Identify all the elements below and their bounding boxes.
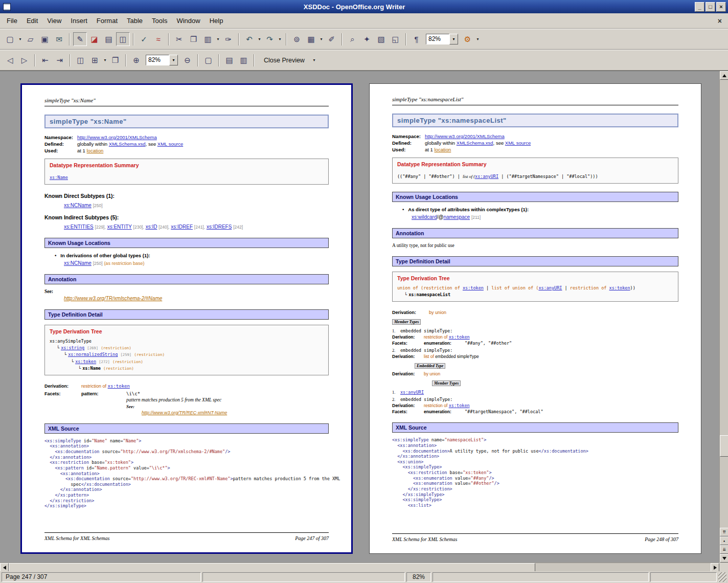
doc-link[interactable]: xs:NCName: [64, 203, 92, 208]
scroll-up-button[interactable]: [720, 71, 728, 80]
print-page-view-button[interactable]: ▤: [222, 53, 236, 67]
next-page-button[interactable]: ▷: [17, 53, 31, 67]
close-button[interactable]: ×: [716, 2, 726, 12]
paste-dropdown[interactable]: ▾: [215, 32, 221, 46]
send-mail-button[interactable]: ✉: [52, 32, 66, 46]
navigation-button[interactable]: ●: [720, 536, 728, 545]
scroll-right-button[interactable]: [711, 563, 719, 572]
redo-dropdown[interactable]: ▾: [277, 32, 283, 46]
doc-link[interactable]: xs:token: [108, 384, 130, 389]
undo-dropdown[interactable]: ▾: [257, 32, 262, 46]
next-page-scroll-button[interactable]: ⇊: [720, 545, 728, 554]
paste-button[interactable]: ▥: [201, 32, 215, 46]
print-options-button[interactable]: ▥: [237, 53, 251, 67]
location-link[interactable]: location: [87, 148, 104, 153]
export-pdf-button[interactable]: ◪: [87, 32, 101, 46]
namespace-link[interactable]: http://www.w3.org/2001/XMLSchema: [77, 134, 157, 140]
close-document-button[interactable]: ×: [714, 16, 726, 26]
doc-link[interactable]: namespace: [443, 214, 470, 220]
doc-link[interactable]: xs:token: [449, 403, 470, 408]
preview-page-247[interactable]: simpleType "xs:Name" simpleType "xs:Name…: [20, 83, 353, 554]
format-paintbrush-button[interactable]: ✑: [221, 32, 235, 46]
insert-table-button[interactable]: ▦: [304, 32, 318, 46]
maximize-button[interactable]: □: [706, 2, 715, 12]
previous-page-button[interactable]: ◁: [3, 53, 17, 67]
insert-table-dropdown[interactable]: ▾: [318, 32, 324, 46]
menu-view[interactable]: View: [42, 14, 66, 27]
xml-source-link[interactable]: XML source: [157, 141, 183, 147]
autospellcheck-button[interactable]: ≈: [151, 32, 165, 46]
multiple-pages-button[interactable]: ⊞: [88, 53, 102, 67]
two-pages-button[interactable]: ◫: [74, 53, 87, 67]
redo-button[interactable]: ↷: [263, 32, 277, 46]
draw-functions-button[interactable]: ✐: [325, 32, 338, 46]
doc-link[interactable]: xs:token: [449, 334, 470, 340]
menu-edit[interactable]: Edit: [22, 14, 42, 27]
doc-link[interactable]: xs:ENTITIES: [64, 224, 94, 230]
cut-button[interactable]: ✂: [172, 32, 186, 46]
status-page-info[interactable]: Page 247 / 307: [2, 572, 201, 582]
schema-file-link[interactable]: XMLSchema.xsd: [457, 140, 493, 146]
scroll-left-button[interactable]: [0, 563, 9, 572]
book-preview-button[interactable]: ❐: [108, 53, 122, 67]
full-screen-button[interactable]: ▢: [201, 53, 215, 67]
resize-grip[interactable]: [718, 572, 726, 582]
hyperlink-button[interactable]: ⊚: [290, 32, 304, 46]
menu-table[interactable]: Table: [122, 14, 147, 27]
status-page-style[interactable]: [202, 572, 405, 582]
doc-link[interactable]: xs:ID: [146, 224, 157, 230]
namespace-link[interactable]: http://www.w3.org/2001/XMLSchema: [425, 133, 505, 139]
doc-link[interactable]: xs:IDREF: [171, 224, 193, 230]
zoom-dropdown-button[interactable]: ▾: [449, 34, 458, 44]
doc-link[interactable]: xs:ENTITY: [107, 224, 132, 230]
preview-zoom-input[interactable]: 82%: [146, 55, 169, 65]
gallery-button[interactable]: ▧: [374, 32, 388, 46]
location-link[interactable]: location: [435, 147, 451, 152]
vertical-scrollbar-thumb[interactable]: [720, 435, 728, 457]
preview-page-248[interactable]: simpleType "xs:namespaceList" simpleType…: [369, 83, 701, 554]
last-page-button[interactable]: ⇥: [53, 53, 66, 67]
close-preview-button[interactable]: Close Preview: [258, 55, 311, 66]
external-link[interactable]: http://www.w3.org/TR/REC-xml#NT-Name: [142, 410, 227, 415]
undo-button[interactable]: ↶: [242, 32, 256, 46]
status-zoom[interactable]: 82%: [406, 572, 431, 582]
page-preview-button[interactable]: ◫: [116, 32, 130, 46]
menu-help[interactable]: Help: [205, 14, 228, 27]
status-insert-mode[interactable]: [433, 572, 649, 582]
data-sources-button[interactable]: ◱: [389, 32, 402, 46]
horizontal-scrollbar[interactable]: [0, 563, 719, 571]
doc-link[interactable]: xs:anyURI: [475, 174, 498, 179]
xml-source-link[interactable]: XML source: [505, 140, 531, 146]
doc-link[interactable]: xs:wildcard: [412, 214, 437, 220]
menu-insert[interactable]: Insert: [66, 14, 92, 27]
zoom-input[interactable]: 82%: [426, 34, 449, 44]
multiple-pages-dropdown[interactable]: ▾: [102, 53, 108, 67]
doc-link[interactable]: xs:token: [463, 285, 484, 290]
scroll-down-button[interactable]: [720, 554, 728, 563]
toolbar-overflow-button[interactable]: ▾: [475, 32, 481, 46]
schema-file-link[interactable]: XMLSchema.xsd: [109, 141, 146, 147]
status-selection-mode[interactable]: [650, 572, 717, 582]
doc-link[interactable]: xs:NCName: [64, 260, 92, 266]
doc-link[interactable]: xs:token: [75, 359, 96, 364]
zoom-out-button[interactable]: ⊖: [180, 53, 194, 67]
doc-link[interactable]: xs:string: [61, 345, 84, 350]
zoom-in-button[interactable]: ⊕: [129, 53, 143, 67]
doc-link[interactable]: xs:token: [609, 285, 630, 290]
external-link[interactable]: http://www.w3.org/TR/xmlschema-2/#Name: [64, 296, 162, 301]
menu-format[interactable]: Format: [92, 14, 122, 27]
doc-link[interactable]: xs:normalizedString: [68, 352, 118, 357]
summary-type-link[interactable]: xs:Name: [50, 175, 68, 180]
minimize-button[interactable]: _: [695, 2, 704, 12]
preview-toolbar-overflow-button[interactable]: ▾: [311, 53, 317, 67]
find-replace-button[interactable]: ⌕: [346, 32, 359, 46]
copy-button[interactable]: ❐: [187, 32, 200, 46]
help-agent-button[interactable]: ⚙: [461, 32, 474, 46]
preview-zoom-dropdown-button[interactable]: ▾: [169, 55, 178, 65]
vertical-scrollbar[interactable]: ⇈ ● ⇊: [719, 71, 728, 563]
menu-tools[interactable]: Tools: [147, 14, 172, 27]
doc-link[interactable]: xs:IDREFS: [207, 224, 232, 230]
titlebar[interactable]: XSDDoc - OpenOffice.org Writer _ □ ×: [0, 0, 728, 13]
menu-window[interactable]: Window: [172, 14, 204, 27]
doc-link[interactable]: xs:anyURI: [400, 390, 424, 395]
